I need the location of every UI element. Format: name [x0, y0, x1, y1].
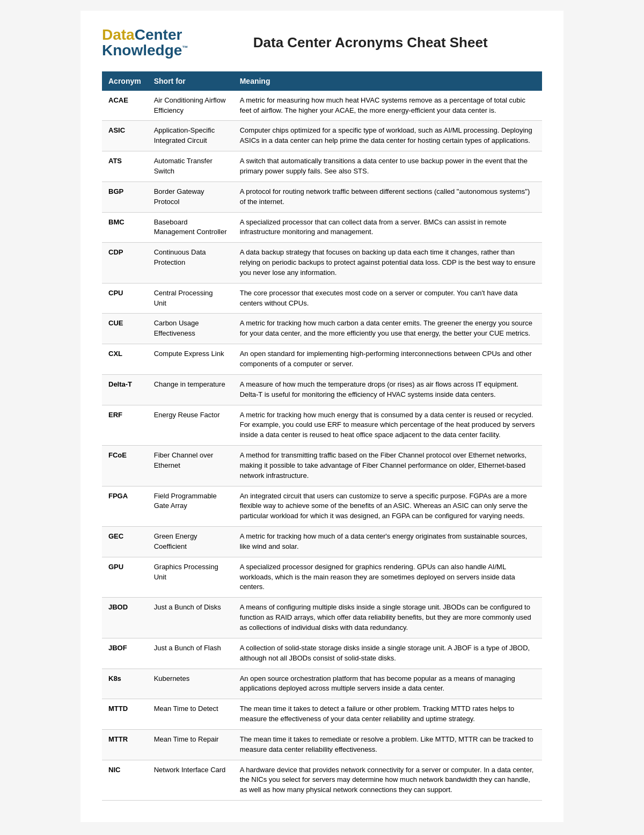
- cell-meaning: A data backup strategy that focuses on b…: [233, 243, 542, 284]
- table-row: BGPBorder Gateway ProtocolA protocol for…: [102, 181, 542, 212]
- cell-short-for: Change in temperature: [148, 374, 233, 405]
- cell-short-for: Energy Reuse Factor: [148, 405, 233, 446]
- table-row: CXLCompute Express LinkAn open standard …: [102, 344, 542, 375]
- table-row: CDPContinuous Data ProtectionA data back…: [102, 243, 542, 284]
- cell-acronym: BGP: [102, 181, 148, 212]
- page-title: Data Center Acronyms Cheat Sheet: [199, 34, 542, 51]
- cell-acronym: CXL: [102, 344, 148, 375]
- table-row: MTTRMean Time to RepairThe mean time it …: [102, 729, 542, 760]
- table-row: ACAEAir Conditioning Airflow EfficiencyA…: [102, 91, 542, 121]
- table-row: ASICApplication-Specific Integrated Circ…: [102, 121, 542, 151]
- table-row: FPGAField Programmable Gate ArrayAn inte…: [102, 486, 542, 527]
- cell-acronym: GPU: [102, 557, 148, 598]
- header: DataCenter Knowledge™ Data Center Acrony…: [102, 27, 542, 59]
- cell-meaning: An integrated circuit that users can cus…: [233, 486, 542, 527]
- cell-short-for: Just a Bunch of Disks: [148, 598, 233, 638]
- cell-acronym: GEC: [102, 527, 148, 557]
- table-row: JBOFJust a Bunch of FlashA collection of…: [102, 638, 542, 669]
- acronyms-table: Acronym Short for Meaning ACAEAir Condit…: [102, 71, 542, 801]
- cell-meaning: A protocol for routing network traffic b…: [233, 181, 542, 212]
- cell-acronym: ASIC: [102, 121, 148, 151]
- cell-short-for: Continuous Data Protection: [148, 243, 233, 284]
- table-row: NICNetwork Interface CardA hardware devi…: [102, 760, 542, 801]
- cell-meaning: The core processor that executes most co…: [233, 283, 542, 314]
- cell-meaning: A measure of how much the temperature dr…: [233, 374, 542, 405]
- cell-meaning: A metric for tracking how much of a data…: [233, 527, 542, 557]
- cell-short-for: Kubernetes: [148, 669, 233, 699]
- cell-acronym: MTTD: [102, 699, 148, 730]
- cell-short-for: Central Processing Unit: [148, 283, 233, 314]
- cell-meaning: An open source orchestration platform th…: [233, 669, 542, 699]
- logo-data-word: Data: [102, 26, 135, 43]
- cell-short-for: Fiber Channel over Ethernet: [148, 446, 233, 487]
- table-row: CUECarbon Usage EffectivenessA metric fo…: [102, 314, 542, 344]
- cell-acronym: FPGA: [102, 486, 148, 527]
- cell-meaning: The mean time it takes to detect a failu…: [233, 699, 542, 730]
- cell-acronym: ERF: [102, 405, 148, 446]
- page: DataCenter Knowledge™ Data Center Acrony…: [80, 11, 564, 822]
- cell-meaning: A method for transmitting traffic based …: [233, 446, 542, 487]
- logo-knowledge-word: Knowledge: [102, 42, 182, 59]
- cell-meaning: A specialized processor that can collect…: [233, 212, 542, 243]
- cell-meaning: A metric for tracking how much energy th…: [233, 405, 542, 446]
- table-row: MTTDMean Time to DetectThe mean time it …: [102, 699, 542, 730]
- cell-short-for: Graphics Processing Unit: [148, 557, 233, 598]
- table-row: Delta-TChange in temperatureA measure of…: [102, 374, 542, 405]
- cell-short-for: Application-Specific Integrated Circuit: [148, 121, 233, 151]
- cell-short-for: Air Conditioning Airflow Efficiency: [148, 91, 233, 121]
- cell-acronym: CPU: [102, 283, 148, 314]
- table-header-row: Acronym Short for Meaning: [102, 71, 542, 91]
- cell-meaning: A specialized processor designed for gra…: [233, 557, 542, 598]
- cell-meaning: A collection of solid-state storage disk…: [233, 638, 542, 669]
- cell-acronym: ATS: [102, 151, 148, 182]
- cell-acronym: FCoE: [102, 446, 148, 487]
- cell-short-for: Mean Time to Detect: [148, 699, 233, 730]
- cell-acronym: CUE: [102, 314, 148, 344]
- cell-meaning: A hardware device that provides network …: [233, 760, 542, 801]
- cell-short-for: Mean Time to Repair: [148, 729, 233, 760]
- cell-meaning: A means of configuring multiple disks in…: [233, 598, 542, 638]
- table-row: K8sKubernetesAn open source orchestratio…: [102, 669, 542, 699]
- cell-acronym: Delta-T: [102, 374, 148, 405]
- cell-acronym: JBOF: [102, 638, 148, 669]
- table-row: GPUGraphics Processing UnitA specialized…: [102, 557, 542, 598]
- cell-meaning: Computer chips optimized for a specific …: [233, 121, 542, 151]
- cell-acronym: CDP: [102, 243, 148, 284]
- cell-acronym: K8s: [102, 669, 148, 699]
- cell-meaning: An open standard for implementing high-p…: [233, 344, 542, 375]
- cell-meaning: A metric for measuring how much heat HVA…: [233, 91, 542, 121]
- cell-acronym: ACAE: [102, 91, 148, 121]
- cell-meaning: A switch that automatically transitions …: [233, 151, 542, 182]
- logo-center-word: Center: [135, 26, 182, 43]
- table-row: CPUCentral Processing UnitThe core proce…: [102, 283, 542, 314]
- table-row: ATSAutomatic Transfer SwitchA switch tha…: [102, 151, 542, 182]
- cell-acronym: NIC: [102, 760, 148, 801]
- cell-short-for: Green Energy Coefficient: [148, 527, 233, 557]
- logo-tm: ™: [182, 45, 188, 51]
- cell-short-for: Baseboard Management Controller: [148, 212, 233, 243]
- col-header-acronym: Acronym: [102, 71, 148, 91]
- col-header-meaning: Meaning: [233, 71, 542, 91]
- table-row: FCoEFiber Channel over EthernetA method …: [102, 446, 542, 487]
- cell-short-for: Border Gateway Protocol: [148, 181, 233, 212]
- table-row: ERFEnergy Reuse FactorA metric for track…: [102, 405, 542, 446]
- cell-short-for: Automatic Transfer Switch: [148, 151, 233, 182]
- table-row: BMCBaseboard Management ControllerA spec…: [102, 212, 542, 243]
- cell-acronym: JBOD: [102, 598, 148, 638]
- cell-acronym: BMC: [102, 212, 148, 243]
- logo: DataCenter Knowledge™: [102, 27, 188, 59]
- cell-short-for: Just a Bunch of Flash: [148, 638, 233, 669]
- cell-acronym: MTTR: [102, 729, 148, 760]
- cell-short-for: Field Programmable Gate Array: [148, 486, 233, 527]
- cell-short-for: Carbon Usage Effectiveness: [148, 314, 233, 344]
- table-row: JBODJust a Bunch of DisksA means of conf…: [102, 598, 542, 638]
- cell-meaning: A metric for tracking how much carbon a …: [233, 314, 542, 344]
- cell-short-for: Compute Express Link: [148, 344, 233, 375]
- cell-meaning: The mean time it takes to remediate or r…: [233, 729, 542, 760]
- col-header-short: Short for: [148, 71, 233, 91]
- table-row: GECGreen Energy CoefficientA metric for …: [102, 527, 542, 557]
- cell-short-for: Network Interface Card: [148, 760, 233, 801]
